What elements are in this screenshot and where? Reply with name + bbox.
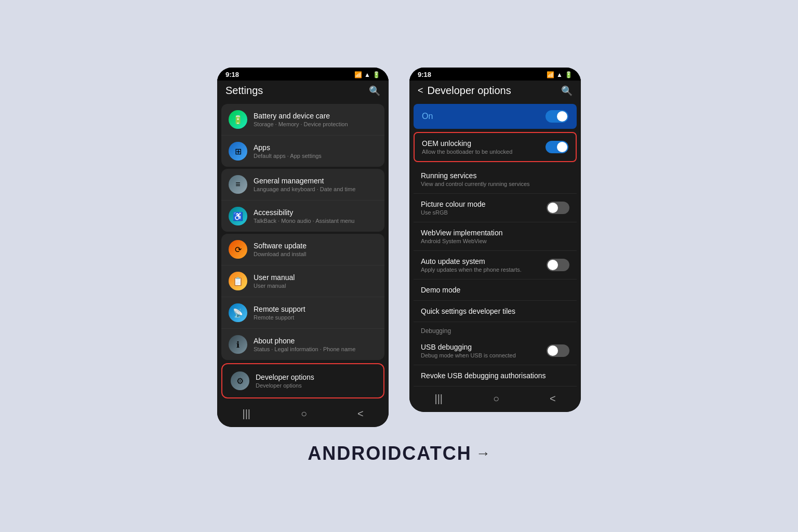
nav-home-left[interactable]: ○ (301, 408, 307, 420)
developer-items-section: Running services View and control curren… (414, 165, 577, 387)
general-text: General management Language and keyboard… (254, 177, 355, 192)
settings-item-about[interactable]: ℹ About phone Status · Legal information… (221, 329, 384, 360)
developer-item-quicksettings[interactable]: Quick settings developer tiles (414, 301, 577, 322)
apps-icon-circle: ⊞ (229, 142, 247, 161)
running-text: Running services View and control curren… (421, 171, 569, 187)
developer-content: On OEM unlocking Allow the bootloader to… (409, 102, 581, 387)
usb-sub: Debug mode when USB is connected (421, 352, 547, 358)
colour-title: Picture colour mode (421, 200, 547, 208)
status-icons-left: 📶 ▲ 🔋 (354, 71, 380, 78)
autoupdate-toggle[interactable] (547, 259, 569, 271)
quicksettings-title: Quick settings developer tiles (421, 307, 569, 315)
about-icon-circle: ℹ (229, 335, 247, 354)
usb-title: USB debugging (421, 343, 547, 351)
running-title: Running services (421, 171, 569, 180)
developer-item-running[interactable]: Running services View and control curren… (414, 165, 577, 194)
battery-icon-right: 🔋 (565, 71, 573, 78)
colour-toggle[interactable] (547, 202, 569, 214)
manual-title: User manual (254, 273, 295, 282)
remote-sub: Remote support (254, 314, 305, 321)
manual-icon-circle: 📋 (229, 272, 247, 290)
about-sub: Status · Legal information · Phone name (254, 346, 355, 352)
webview-sub: Android System WebView (421, 238, 569, 244)
status-time-right: 9:18 (418, 71, 431, 78)
oem-text: OEM unlocking Allow the bootloader to be… (422, 139, 546, 155)
battery-text: Battery and device care Storage · Memory… (254, 112, 348, 127)
oem-toggle[interactable] (546, 141, 568, 153)
general-title: General management (254, 177, 355, 185)
accessibility-sub: TalkBack · Mono audio · Assistant menu (254, 218, 354, 224)
apps-sub: Default apps · App settings (254, 153, 322, 159)
phones-container: 9:18 📶 ▲ 🔋 Settings 🔍 🔋 Battery and devi… (217, 68, 581, 427)
demo-title: Demo mode (421, 286, 569, 294)
battery-icon-circle: 🔋 (229, 110, 247, 129)
header-icons-left: 🔍 (369, 85, 380, 97)
settings-item-battery[interactable]: 🔋 Battery and device care Storage · Memo… (221, 104, 384, 136)
developer-icon-circle: ⚙ (231, 371, 249, 390)
search-button-left[interactable]: 🔍 (369, 85, 380, 97)
settings-item-remote[interactable]: 📡 Remote support Remote support (221, 297, 384, 329)
debugging-label: Debugging (414, 322, 577, 337)
settings-title: Settings (225, 85, 263, 97)
developer-on-toggle[interactable] (546, 110, 568, 123)
accessibility-title: Accessibility (254, 208, 354, 217)
demo-text: Demo mode (421, 286, 569, 294)
general-sub: Language and keyboard · Date and time (254, 186, 355, 192)
webview-title: WebView implementation (421, 229, 569, 237)
apps-text: Apps Default apps · App settings (254, 143, 322, 159)
brand-arrow-icon: → (476, 445, 490, 462)
settings-item-manual[interactable]: 📋 User manual User manual (221, 265, 384, 297)
software-icon-circle: ⟳ (229, 240, 247, 259)
settings-section-1: 🔋 Battery and device care Storage · Memo… (221, 104, 384, 167)
developer-title: Developer options (256, 373, 314, 381)
settings-item-developer[interactable]: ⚙ Developer options Developer options (223, 365, 382, 396)
settings-content: 🔋 Battery and device care Storage · Memo… (217, 102, 389, 402)
nav-back-right[interactable]: < (550, 393, 556, 405)
developer-page-title: Developer options (428, 85, 511, 97)
developer-item-revoke[interactable]: Revoke USB debugging authorisations (414, 365, 577, 387)
status-bar-right: 9:18 📶 ▲ 🔋 (409, 68, 581, 81)
developer-item-webview[interactable]: WebView implementation Android System We… (414, 222, 577, 251)
bottom-nav-right: ||| ○ < (409, 387, 581, 412)
usb-toggle-thumb (548, 345, 558, 356)
software-title: Software update (254, 242, 307, 250)
remote-title: Remote support (254, 305, 305, 313)
settings-item-apps[interactable]: ⊞ Apps Default apps · App settings (221, 136, 384, 167)
webview-text: WebView implementation Android System We… (421, 229, 569, 244)
developer-item-oem[interactable]: OEM unlocking Allow the bootloader to be… (415, 133, 576, 161)
developer-options-highlighted[interactable]: ⚙ Developer options Developer options (221, 363, 384, 398)
nav-recent-right[interactable]: ||| (434, 393, 443, 405)
software-text: Software update Download and install (254, 242, 307, 257)
settings-item-software[interactable]: ⟳ Software update Download and install (221, 234, 384, 265)
back-button-right[interactable]: < (418, 85, 423, 96)
developer-header: < Developer options 🔍 (409, 81, 581, 102)
nav-home-right[interactable]: ○ (493, 393, 499, 405)
revoke-title: Revoke USB debugging authorisations (421, 371, 569, 380)
brand: ANDROIDCATCH → (308, 443, 490, 464)
developer-item-colour[interactable]: Picture colour mode Use sRGB (414, 194, 577, 222)
general-icon-circle: ≡ (229, 175, 247, 194)
autoupdate-title: Auto update system (421, 257, 547, 265)
nav-back-left[interactable]: < (357, 408, 364, 420)
usb-toggle[interactable] (547, 344, 569, 357)
settings-section-2: ≡ General management Language and keyboa… (221, 169, 384, 232)
developer-on-bar[interactable]: On (414, 104, 577, 129)
developer-text: Developer options Developer options (256, 373, 314, 389)
accessibility-text: Accessibility TalkBack · Mono audio · As… (254, 208, 354, 224)
search-button-right[interactable]: 🔍 (561, 85, 573, 97)
usb-text: USB debugging Debug mode when USB is con… (421, 343, 547, 358)
phone-left: 9:18 📶 ▲ 🔋 Settings 🔍 🔋 Battery and devi… (217, 68, 389, 427)
settings-item-general[interactable]: ≡ General management Language and keyboa… (221, 169, 384, 201)
developer-item-usb[interactable]: USB debugging Debug mode when USB is con… (414, 337, 577, 365)
developer-sub: Developer options (256, 382, 314, 389)
colour-toggle-thumb (548, 203, 558, 213)
developer-item-autoupdate[interactable]: Auto update system Apply updates when th… (414, 251, 577, 280)
battery-sub: Storage · Memory · Device protection (254, 121, 348, 127)
settings-item-accessibility[interactable]: ♿ Accessibility TalkBack · Mono audio · … (221, 201, 384, 232)
colour-text: Picture colour mode Use sRGB (421, 200, 547, 216)
oem-sub: Allow the bootloader to be unlocked (422, 149, 546, 155)
nav-recent-left[interactable]: ||| (242, 408, 250, 420)
developer-on-label: On (422, 112, 433, 121)
developer-item-demo[interactable]: Demo mode (414, 280, 577, 301)
autoupdate-sub: Apply updates when the phone restarts. (421, 267, 547, 273)
